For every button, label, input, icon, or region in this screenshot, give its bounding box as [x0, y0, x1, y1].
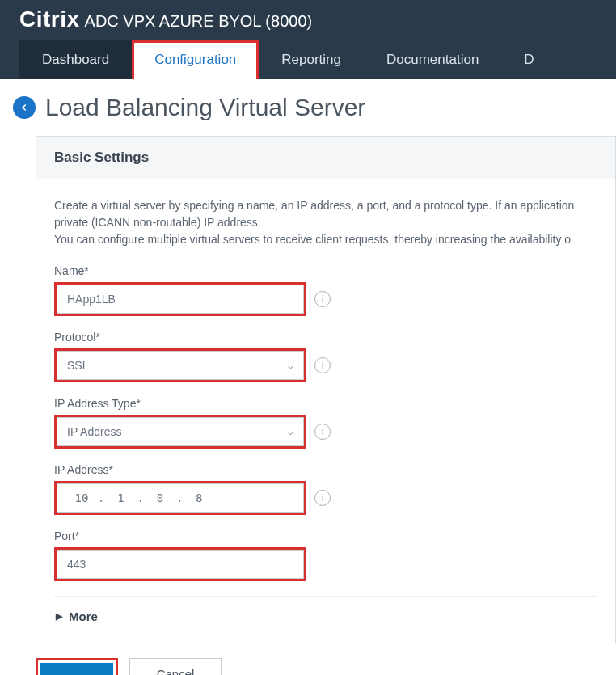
brand-sub: ADC VPX AZURE BYOL (8000)	[85, 12, 313, 31]
tab-reporting[interactable]: Reporting	[259, 40, 364, 79]
page-title-row: Load Balancing Virtual Server	[13, 94, 616, 121]
panel-body: Create a virtual server by specifying a …	[36, 179, 615, 643]
nav-tabs: Dashboard Configuration Reporting Docume…	[19, 40, 597, 79]
ip-label: IP Address*	[54, 463, 597, 476]
tab-d-partial[interactable]: D	[501, 40, 556, 79]
more-label: More	[69, 610, 98, 623]
ip-octet-4[interactable]: 8	[184, 491, 213, 504]
ip-dot: .	[176, 491, 183, 504]
info-icon[interactable]: i	[314, 291, 331, 307]
ok-highlight: OK	[36, 658, 118, 675]
ip-type-select[interactable]: IP Address ⌵	[57, 417, 304, 446]
tab-dashboard[interactable]: Dashboard	[19, 40, 132, 79]
ip-octet-3[interactable]: 0	[146, 491, 175, 504]
desc-line1: Create a virtual server by specifying a …	[54, 199, 574, 212]
page-body: Load Balancing Virtual Server Basic Sett…	[0, 79, 616, 675]
desc-line3: You can configure multiple virtual serve…	[54, 233, 571, 246]
panel-header: Basic Settings	[36, 137, 615, 179]
protocol-value: SSL	[67, 359, 88, 372]
desc-line2: private (ICANN non-routable) IP address.	[54, 216, 261, 229]
port-input[interactable]	[57, 550, 304, 579]
info-icon[interactable]: i	[314, 490, 331, 506]
brand: Citrix ADC VPX AZURE BYOL (8000)	[19, 6, 597, 40]
info-icon[interactable]: i	[314, 424, 331, 440]
panel-description: Create a virtual server by specifying a …	[54, 197, 597, 248]
page-title: Load Balancing Virtual Server	[45, 94, 365, 121]
name-input[interactable]	[57, 285, 304, 314]
info-icon[interactable]: i	[314, 357, 331, 373]
tab-documentation[interactable]: Documentation	[364, 40, 501, 79]
ip-input[interactable]: 10 . 1 . 0 . 8	[57, 483, 304, 513]
header-bar: Citrix ADC VPX AZURE BYOL (8000) Dashboa…	[0, 0, 616, 79]
chevron-down-icon: ⌵	[288, 426, 293, 437]
name-label: Name*	[54, 264, 597, 277]
ok-button[interactable]: OK	[40, 663, 113, 675]
ip-dot: .	[98, 491, 104, 504]
tab-configuration[interactable]: Configuration	[132, 40, 259, 79]
ip-type-label: IP Address Type*	[54, 397, 597, 410]
ip-type-value: IP Address	[67, 425, 121, 438]
triangle-right-icon: ▶	[56, 611, 62, 622]
brand-name: Citrix	[19, 6, 80, 32]
protocol-select[interactable]: SSL ⌵	[57, 351, 304, 380]
chevron-down-icon: ⌵	[288, 360, 293, 371]
basic-settings-panel: Basic Settings Create a virtual server b…	[36, 136, 616, 643]
button-row: OK Cancel	[36, 658, 616, 675]
ip-octet-1[interactable]: 10	[67, 491, 96, 504]
arrow-left-icon	[19, 102, 30, 113]
field-name: Name* i	[54, 264, 597, 316]
cancel-button[interactable]: Cancel	[129, 658, 222, 675]
field-ip: IP Address* 10 . 1 . 0 . 8 i	[54, 463, 597, 515]
field-port: Port*	[54, 529, 597, 581]
back-button[interactable]	[13, 96, 36, 119]
ip-octet-2[interactable]: 1	[106, 491, 135, 504]
protocol-label: Protocol*	[54, 331, 597, 344]
ip-dot: .	[137, 491, 143, 504]
field-ip-type: IP Address Type* IP Address ⌵ i	[54, 397, 597, 449]
field-protocol: Protocol* SSL ⌵ i	[54, 331, 597, 382]
more-toggle[interactable]: ▶ More	[54, 596, 597, 636]
port-label: Port*	[54, 529, 597, 542]
